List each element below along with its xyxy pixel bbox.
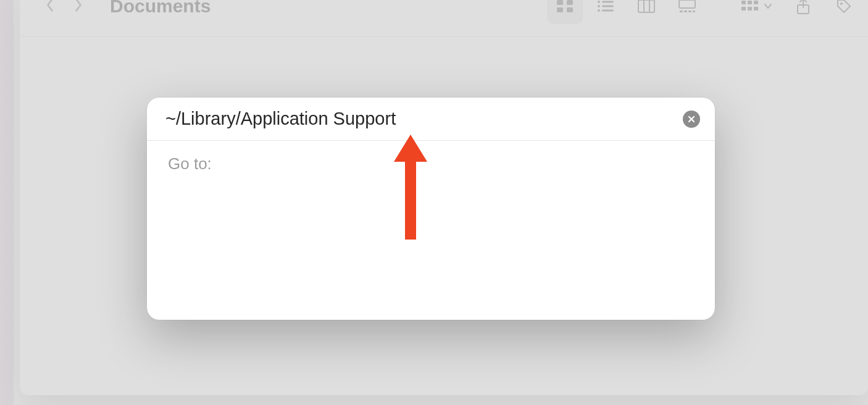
clear-input-button[interactable] xyxy=(683,111,700,128)
goto-path-input[interactable] xyxy=(165,109,683,129)
close-icon xyxy=(688,115,695,123)
goto-input-row xyxy=(147,98,715,141)
goto-folder-dialog: Go to: xyxy=(147,98,715,320)
goto-label: Go to: xyxy=(168,154,694,173)
